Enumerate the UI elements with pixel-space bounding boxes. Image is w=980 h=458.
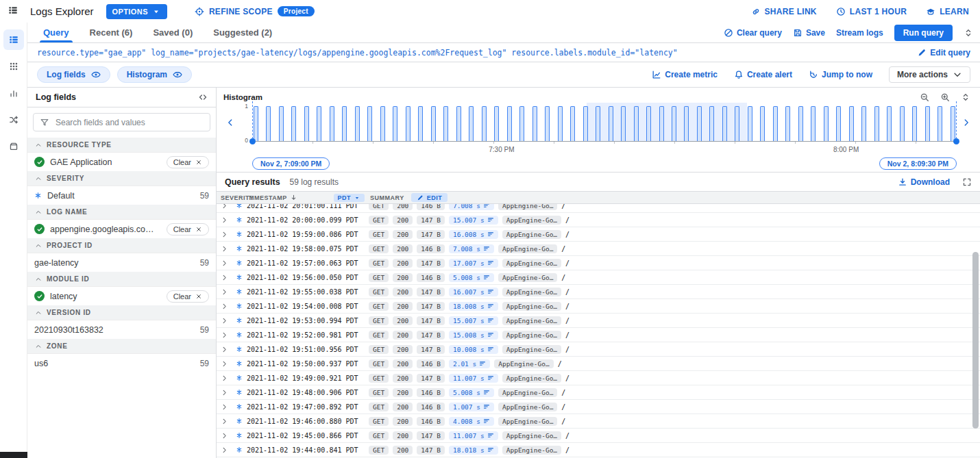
agent-chip[interactable]: AppEngine-Go…: [502, 345, 561, 354]
latency-chip[interactable]: 11.007 s: [449, 374, 498, 383]
field-item[interactable]: us659: [27, 354, 216, 372]
expand-row-button[interactable]: [221, 418, 232, 425]
histogram-bar[interactable]: [393, 106, 397, 141]
log-row[interactable]: 2021-11-02 19:50:00.937 PDTGET200146 B2.…: [217, 357, 980, 371]
histogram-bar[interactable]: [609, 106, 613, 141]
size-chip[interactable]: 146 B: [417, 403, 445, 411]
histogram-prev-button[interactable]: [223, 103, 237, 142]
agent-chip[interactable]: AppEngine-Go…: [502, 374, 561, 383]
histogram-bar[interactable]: [748, 106, 752, 141]
histogram-bar[interactable]: [558, 106, 563, 141]
status-chip[interactable]: 200: [393, 230, 413, 239]
field-section-header[interactable]: PROJECT ID: [27, 238, 216, 253]
edit-query-button[interactable]: Edit query: [917, 48, 970, 58]
status-chip[interactable]: 200: [393, 431, 413, 440]
histogram-bar[interactable]: [507, 106, 512, 141]
latency-chip[interactable]: 18.018 s: [449, 446, 498, 455]
method-chip[interactable]: GET: [369, 204, 389, 210]
histogram-bar[interactable]: [646, 106, 651, 141]
status-chip[interactable]: 200: [393, 288, 413, 296]
histogram-bar[interactable]: [925, 106, 930, 141]
histogram-bar[interactable]: [709, 106, 714, 141]
histogram-bar[interactable]: [266, 106, 271, 141]
status-chip[interactable]: 200: [393, 374, 413, 383]
histogram-bar[interactable]: [634, 106, 639, 141]
log-row[interactable]: 2021-11-02 20:00:00.099 PDTGET200147 B15…: [217, 213, 980, 227]
rail-storage-item[interactable]: [3, 136, 24, 157]
histogram-bar[interactable]: [672, 106, 676, 141]
log-row[interactable]: 2021-11-02 19:54:00.008 PDTGET200147 B18…: [217, 299, 980, 314]
histogram-bar[interactable]: [760, 106, 765, 141]
learn-button[interactable]: LEARN: [926, 7, 969, 16]
expand-row-button[interactable]: [221, 204, 232, 209]
agent-chip[interactable]: AppEngine-Go…: [502, 216, 561, 225]
agent-chip[interactable]: AppEngine-Go…: [498, 204, 557, 210]
log-row[interactable]: 2021-11-02 19:53:00.994 PDTGET200147 B15…: [217, 314, 980, 328]
agent-chip[interactable]: AppEngine-Go…: [502, 288, 561, 296]
method-chip[interactable]: GET: [369, 216, 389, 225]
histogram-bar[interactable]: [469, 106, 474, 141]
sort-descending-icon[interactable]: [290, 194, 297, 201]
tab-suggested[interactable]: Suggested (2): [203, 23, 282, 42]
options-button[interactable]: OPTIONS: [106, 4, 167, 19]
histogram-bar[interactable]: [697, 106, 702, 141]
log-row[interactable]: 2021-11-02 19:55:00.038 PDTGET200147 B16…: [217, 285, 980, 299]
agent-chip[interactable]: AppEngine-Go…: [502, 302, 561, 311]
method-chip[interactable]: GET: [369, 417, 389, 426]
field-section-header[interactable]: SEVERITY: [27, 171, 216, 186]
histogram-bar[interactable]: [355, 106, 360, 141]
histogram-bar[interactable]: [570, 106, 575, 141]
field-item[interactable]: 20210930t16383259: [27, 320, 216, 339]
field-item[interactable]: appengine.googleapis.com/requ…Clear: [27, 220, 216, 238]
method-chip[interactable]: GET: [369, 316, 389, 325]
method-chip[interactable]: GET: [369, 345, 389, 354]
log-fields-chip[interactable]: Log fields: [37, 66, 110, 83]
more-actions-button[interactable]: More actions: [889, 66, 970, 83]
agent-chip[interactable]: AppEngine-Go…: [498, 388, 557, 397]
field-section-header[interactable]: LOG NAME: [27, 205, 216, 220]
method-chip[interactable]: GET: [369, 331, 389, 340]
zoom-out-button[interactable]: [920, 92, 929, 102]
size-chip[interactable]: 146 B: [417, 244, 445, 253]
status-chip[interactable]: 200: [393, 403, 413, 411]
field-item[interactable]: latencyClear: [27, 287, 216, 305]
field-section-header[interactable]: ZONE: [27, 339, 216, 354]
size-chip[interactable]: 146 B: [417, 359, 445, 368]
latency-chip[interactable]: 11.007 s: [449, 431, 498, 440]
log-row[interactable]: 2021-11-02 19:48:00.906 PDTGET200146 B5.…: [217, 385, 980, 400]
method-chip[interactable]: GET: [369, 259, 389, 268]
histogram-bar[interactable]: [367, 106, 372, 141]
histogram-bar[interactable]: [798, 106, 803, 141]
status-chip[interactable]: 200: [393, 359, 413, 368]
refine-scope-button[interactable]: REFINE SCOPE Project: [195, 6, 315, 16]
log-row[interactable]: 2021-11-02 19:58:00.075 PDTGET200146 B7.…: [217, 242, 980, 256]
field-item[interactable]: Default59: [27, 186, 216, 205]
agent-chip[interactable]: AppEngine-Go…: [498, 403, 557, 411]
status-chip[interactable]: 200: [393, 446, 413, 455]
histogram-bar[interactable]: [406, 106, 411, 141]
histogram-bar[interactable]: [304, 106, 309, 141]
query-text[interactable]: resource.type="gae_app" log_name="projec…: [37, 48, 909, 58]
log-row[interactable]: 2021-11-02 20:01:00.111 PDTGET200146 B7.…: [217, 204, 980, 213]
latency-chip[interactable]: 7.008 s: [449, 204, 494, 210]
histogram-bar[interactable]: [532, 106, 537, 141]
agent-chip[interactable]: AppEngine-Go…: [502, 230, 561, 239]
latency-chip[interactable]: 15.007 s: [449, 316, 498, 325]
histogram-bar[interactable]: [912, 106, 917, 141]
histogram-bar[interactable]: [811, 106, 816, 141]
query-editor[interactable]: resource.type="gae_app" log_name="projec…: [27, 43, 980, 62]
histogram-bar[interactable]: [596, 106, 600, 141]
latency-chip[interactable]: 10.008 s: [449, 345, 498, 354]
histogram-bar[interactable]: [443, 106, 448, 141]
latency-chip[interactable]: 16.008 s: [449, 230, 498, 239]
field-item[interactable]: GAE ApplicationClear: [27, 153, 216, 171]
expand-row-button[interactable]: [221, 389, 232, 396]
download-button[interactable]: Download: [898, 177, 950, 187]
histogram-bar[interactable]: [785, 106, 790, 141]
expand-row-button[interactable]: [221, 403, 232, 411]
method-chip[interactable]: GET: [369, 288, 389, 296]
log-row[interactable]: 2021-11-02 19:47:00.892 PDTGET200146 B1.…: [217, 400, 980, 414]
latency-chip[interactable]: 15.007 s: [449, 216, 498, 225]
range-end-pill[interactable]: Nov 2, 8:09:30 PM: [879, 157, 957, 170]
size-chip[interactable]: 146 B: [417, 204, 445, 210]
